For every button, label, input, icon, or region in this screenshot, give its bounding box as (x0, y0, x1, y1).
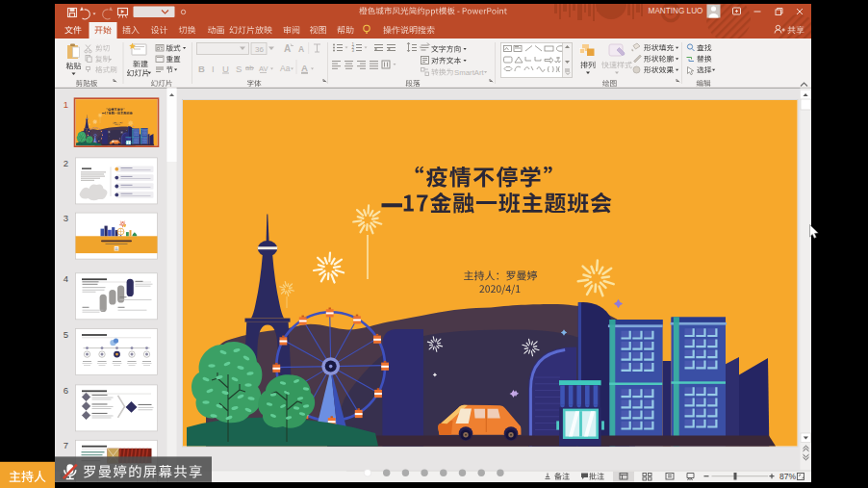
svg-text:Aa: Aa (280, 64, 291, 73)
svg-text:AV: AV (259, 64, 268, 73)
svg-text:7: 7 (64, 440, 68, 450)
svg-text:11: 11 (115, 247, 118, 251)
svg-text:MANTING LUO: MANTING LUO (649, 7, 703, 15)
svg-text:5: 5 (64, 329, 68, 340)
svg-text:6: 6 (64, 385, 68, 396)
svg-text:A: A (301, 63, 308, 73)
svg-text:1: 1 (64, 99, 68, 110)
svg-text:A: A (284, 43, 291, 54)
svg-text:3: 3 (64, 213, 68, 223)
svg-text:36: 36 (255, 45, 264, 54)
svg-text:U: U (222, 64, 229, 74)
svg-text:2: 2 (64, 158, 68, 168)
svg-text:SmartArt: SmartArt (454, 68, 485, 77)
svg-text:87%: 87% (779, 472, 796, 481)
svg-text:4: 4 (64, 273, 68, 284)
svg-text:A: A (298, 44, 304, 54)
svg-text:B: B (198, 64, 205, 74)
svg-text:I: I (212, 64, 215, 74)
svg-text:S: S (236, 64, 242, 74)
